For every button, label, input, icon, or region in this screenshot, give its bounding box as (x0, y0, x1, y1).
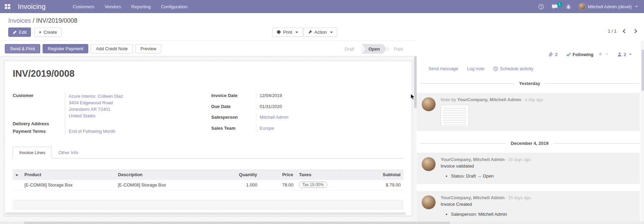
follower-count: 2 (624, 52, 626, 57)
col-header-description[interactable]: Description (115, 170, 212, 180)
payment-terms-label: Payment Terms (13, 128, 65, 135)
log-note-button[interactable]: Log note (467, 66, 485, 71)
salesperson-label: Salesperson (211, 114, 256, 120)
notebook-tabs: Invoice Lines Other Info (13, 147, 404, 159)
attachment-preview[interactable] (441, 105, 469, 127)
left-field-group: Customer Azure Interior, Colleen Diaz 34… (13, 92, 205, 135)
breadcrumb-invoices-link[interactable]: Invoices (8, 17, 31, 24)
send-and-print-button[interactable]: Send & Print (5, 44, 40, 53)
control-panel: Invoices / INV/2019/0008 Edit + Create P… (0, 13, 644, 41)
cell-subtotal[interactable]: $ 79.00 (341, 180, 404, 190)
tax-badge[interactable]: Tax 15.00% (299, 182, 327, 188)
tab-other-info[interactable]: Other Info (52, 147, 85, 159)
nav-menu-reporting[interactable]: Reporting (127, 1, 154, 13)
attachments-button[interactable]: 2 (548, 52, 557, 57)
messages-count-badge: 1 (557, 2, 562, 7)
send-message-button[interactable]: Send message (428, 66, 458, 71)
chevron-down-icon (635, 6, 638, 7)
message-time: - a day ago (522, 97, 543, 102)
nav-menu-customers[interactable]: Customers (69, 1, 98, 13)
invoice-date-value[interactable]: 12/04/2019 (256, 92, 404, 99)
printer-icon (276, 30, 281, 34)
person-icon (617, 52, 622, 57)
plus-icon: + (39, 30, 42, 35)
sheet-background: INV/2019/0008 Customer Azure Interior, C… (0, 56, 414, 224)
chatter-message-validated: YourCompany, Mitchell Admin - 20 days ag… (417, 153, 640, 184)
nav-menu-configuration[interactable]: Configuration (157, 1, 191, 13)
edit-button[interactable]: Edit (8, 28, 31, 37)
invoice-date-label: Invoice Date (211, 92, 256, 99)
status-draft[interactable]: Draft (338, 44, 361, 54)
scrollbar-thumb[interactable] (24, 222, 450, 224)
activities-clock-icon[interactable] (538, 4, 544, 10)
paperclip-icon (548, 52, 553, 57)
col-header-subtotal[interactable]: Subtotal (341, 170, 404, 180)
message-author[interactable]: YourCompany, Mitchell Admin (457, 97, 521, 102)
pager-next-icon[interactable] (633, 29, 637, 33)
cell-product[interactable]: [E-COM08] Storage Box (22, 180, 115, 190)
col-header-price[interactable]: Price (260, 170, 296, 180)
due-date-value[interactable]: 01/31/2020 (256, 103, 404, 110)
user-menu[interactable]: Mitchell Admin (devel) (579, 3, 638, 10)
schedule-activity-button[interactable]: Schedule activity (493, 66, 533, 71)
tab-invoice-lines[interactable]: Invoice Lines (13, 147, 52, 159)
customer-city[interactable]: Jonesboro AR 72401 (69, 106, 205, 113)
cell-quantity[interactable]: 1.000 (212, 180, 260, 190)
cell-description[interactable]: [E-COM08] Storage Box (115, 180, 212, 190)
col-header-quantity[interactable]: Quantity (212, 170, 260, 180)
following-button[interactable]: Following (566, 52, 608, 57)
delivery-address-value[interactable] (65, 120, 205, 127)
avatar[interactable] (421, 97, 436, 111)
messages-icon[interactable]: 1 (552, 4, 558, 10)
preview-button[interactable]: Preview (135, 44, 161, 53)
status-paid[interactable]: Paid (387, 44, 410, 54)
chevron-down-icon (330, 32, 333, 33)
add-credit-note-button[interactable]: Add Credit Note (91, 44, 133, 53)
chatter-vertical-scrollbar[interactable] (641, 41, 644, 224)
apps-menu-icon[interactable] (5, 4, 10, 9)
table-row[interactable]: [E-COM08] Storage Box [E-COM08] Storage … (13, 180, 404, 190)
salesperson-value[interactable]: Mitchell Admin (260, 115, 289, 120)
debug-bug-icon[interactable] (566, 4, 571, 10)
scrollbar-thumb[interactable] (642, 50, 644, 91)
sheet-horizontal-scrollbar[interactable] (5, 212, 406, 215)
app-title[interactable]: Invoicing (18, 3, 46, 11)
chevron-down-icon (629, 54, 632, 55)
form-vertical-scrollbar[interactable] (414, 56, 417, 224)
window-horizontal-scrollbar[interactable] (0, 222, 644, 224)
check-icon (566, 52, 571, 56)
message-author[interactable]: YourCompany, Mitchell Admin (441, 157, 505, 162)
pager-previous-icon[interactable] (623, 29, 627, 33)
print-button[interactable]: Print (272, 28, 303, 37)
followers-button[interactable]: 2 (617, 52, 632, 57)
date-divider-december: December 4, 2019 (420, 141, 639, 146)
col-header-taxes[interactable]: Taxes (296, 170, 341, 180)
message-author[interactable]: YourCompany, Mitchell Admin (441, 195, 505, 200)
status-open[interactable]: Open (362, 44, 387, 54)
action-button[interactable]: Action (303, 28, 337, 37)
message-tracking-value: Salesperson: Mitchell Admin (451, 212, 635, 217)
chatter-note: Note by YourCompany, Mitchell Admin - a … (417, 93, 640, 131)
payment-terms-value[interactable]: End of Following Month (69, 129, 115, 134)
avatar[interactable] (421, 195, 436, 210)
invoice-lines-table: Product Description Quantity Price Taxes… (13, 170, 404, 190)
chatter-message-created: YourCompany, Mitchell Admin - 20 days ag… (417, 191, 640, 222)
create-button[interactable]: + Create (34, 28, 61, 37)
invoice-form-pane: Send & Print Register Payment Add Credit… (0, 41, 417, 224)
scrollbar-thumb[interactable] (414, 56, 417, 108)
note-prefix: Note by (441, 97, 456, 102)
message-time: - 20 days ago (506, 195, 531, 200)
customer-country[interactable]: United States (69, 113, 205, 119)
register-payment-button[interactable]: Register Payment (43, 44, 88, 53)
column-toggle-icon[interactable] (15, 174, 18, 176)
sales-team-label: Sales Team (211, 125, 256, 131)
avatar[interactable] (421, 157, 436, 171)
chatter-actions: Send message Log note Schedule activity (417, 57, 644, 71)
cell-price[interactable]: 79.00 (260, 180, 296, 190)
message-body: Invoice validated (441, 163, 635, 169)
customer-name-link[interactable]: Azure Interior, Colleen Diaz (69, 93, 205, 99)
customer-street[interactable]: 3404 Edgewood Road (69, 99, 205, 106)
nav-menu-vendors[interactable]: Vendors (101, 1, 125, 13)
sales-team-value[interactable]: Europe (260, 126, 274, 131)
col-header-product[interactable]: Product (22, 170, 115, 180)
